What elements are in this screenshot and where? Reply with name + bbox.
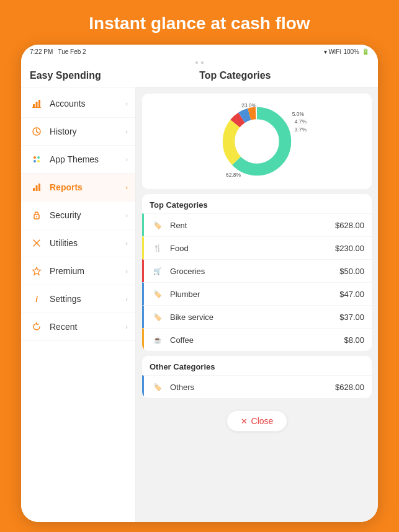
svg-rect-11 xyxy=(33,188,35,191)
svg-point-15 xyxy=(36,216,37,218)
security-icon xyxy=(30,208,43,222)
reports-chevron: › xyxy=(125,184,128,191)
sidebar: Accounts › History › App Themes › xyxy=(21,87,136,522)
other-categories-header: Other Categories xyxy=(142,356,372,375)
svg-rect-1 xyxy=(36,102,38,107)
category-row-food: 🍴 Food $230.00 xyxy=(142,236,372,259)
sidebar-item-security[interactable]: Security › xyxy=(21,202,135,229)
close-x-icon: ✕ xyxy=(241,417,248,426)
category-row-coffee: ☕ Coffee $8.00 xyxy=(142,328,372,351)
sidebar-item-settings[interactable]: i Settings › xyxy=(21,285,135,313)
plumber-icon: 🏷️ xyxy=(151,288,164,300)
category-row-others: 🏷️ Others $628.00 xyxy=(142,375,372,398)
rent-name: Rent xyxy=(170,221,335,230)
other-categories-card: Other Categories 🏷️ Others $628.00 xyxy=(142,356,372,398)
food-icon: 🍴 xyxy=(151,242,164,254)
status-bar: 7:22 PM Tue Feb 2 ▾ WiFi 100% 🔋 xyxy=(21,45,378,58)
history-label: History xyxy=(50,126,125,136)
status-time: 7:22 PM Tue Feb 2 xyxy=(30,48,86,55)
sidebar-item-premium[interactable]: Premium › xyxy=(21,257,135,285)
settings-label: Settings xyxy=(50,294,125,304)
header-title: Instant glance at cash flow xyxy=(76,0,322,45)
recent-icon xyxy=(30,320,43,334)
security-label: Security xyxy=(50,210,125,220)
sidebar-item-history[interactable]: History › xyxy=(21,118,135,146)
reports-label: Reports xyxy=(50,182,125,192)
history-chevron: › xyxy=(125,128,128,135)
accounts-chevron: › xyxy=(125,100,128,107)
groceries-icon: 🛒 xyxy=(151,265,164,277)
svg-rect-0 xyxy=(33,104,35,107)
accounts-icon xyxy=(30,97,43,110)
coffee-name: Coffee xyxy=(170,335,344,345)
svg-rect-12 xyxy=(36,185,38,191)
svg-rect-13 xyxy=(38,184,40,191)
sidebar-item-recent[interactable]: Recent › xyxy=(21,313,135,341)
top-categories-card: Top Categories 🏷️ Rent $628.00 🍴 Food $2… xyxy=(142,194,372,351)
label-628: 62.8% xyxy=(226,172,241,178)
bike-service-icon: 🏷️ xyxy=(151,311,164,323)
chart-container: 23.0% 5.0% 4.7% 3.7% 62.8% xyxy=(207,101,307,182)
rent-icon: 🏷️ xyxy=(151,219,164,231)
page-title: Top Categories xyxy=(101,70,369,81)
sidebar-item-accounts[interactable]: Accounts › xyxy=(21,90,135,118)
label-23: 23.0% xyxy=(241,102,256,109)
category-row-groceries: 🛒 Groceries $50.00 xyxy=(142,259,372,282)
battery-icon: 🔋 xyxy=(362,48,369,55)
sidebar-item-app-themes[interactable]: App Themes › xyxy=(21,146,135,174)
svg-marker-18 xyxy=(33,267,41,275)
premium-icon xyxy=(30,264,43,278)
groceries-name: Groceries xyxy=(170,267,339,276)
others-amount: $628.00 xyxy=(335,383,364,392)
nav-bar: Easy Spending Top Categories xyxy=(21,64,378,87)
app-themes-chevron: › xyxy=(125,156,128,163)
settings-chevron: › xyxy=(125,295,128,303)
battery-indicator: 100% xyxy=(343,48,359,55)
settings-icon: i xyxy=(30,292,43,306)
rent-amount: $628.00 xyxy=(335,221,364,230)
label-37: 3.7% xyxy=(295,126,307,133)
utilities-chevron: › xyxy=(125,239,128,247)
chart-labels: 23.0% 5.0% 4.7% 3.7% 62.8% xyxy=(207,101,307,182)
status-right: ▾ WiFi 100% 🔋 xyxy=(324,48,369,55)
label-5: 5.0% xyxy=(292,111,304,117)
close-button[interactable]: ✕ Close xyxy=(226,410,288,432)
food-name: Food xyxy=(170,244,335,253)
premium-chevron: › xyxy=(125,267,128,275)
app-themes-icon xyxy=(30,153,43,166)
content-area: Accounts › History › App Themes › xyxy=(21,87,378,522)
history-icon xyxy=(30,125,43,138)
svg-point-7 xyxy=(34,156,36,159)
label-47: 4.7% xyxy=(295,118,307,125)
recent-chevron: › xyxy=(125,323,128,330)
food-amount: $230.00 xyxy=(335,244,364,253)
others-name: Others xyxy=(170,383,335,392)
svg-point-8 xyxy=(37,156,40,159)
tablet-indicator xyxy=(21,58,378,64)
svg-point-9 xyxy=(34,160,36,162)
sidebar-item-utilities[interactable]: Utilities › xyxy=(21,229,135,257)
bike-service-amount: $37.00 xyxy=(339,313,364,322)
category-row-plumber: 🏷️ Plumber $47.00 xyxy=(142,282,372,305)
groceries-amount: $50.00 xyxy=(339,267,364,276)
category-row-bike-service: 🏷️ Bike service $37.00 xyxy=(142,305,372,328)
wifi-icon: ▾ WiFi xyxy=(324,48,341,55)
svg-rect-2 xyxy=(38,100,40,107)
utilities-icon xyxy=(30,236,43,250)
accounts-label: Accounts xyxy=(50,99,125,109)
chart-card: 23.0% 5.0% 4.7% 3.7% 62.8% xyxy=(142,94,372,189)
sidebar-item-reports[interactable]: Reports › xyxy=(21,174,135,202)
top-categories-header: Top Categories xyxy=(142,194,372,213)
tablet-frame: 7:22 PM Tue Feb 2 ▾ WiFi 100% 🔋 Easy Spe… xyxy=(21,45,378,522)
security-chevron: › xyxy=(125,211,128,219)
category-row-rent: 🏷️ Rent $628.00 xyxy=(142,213,372,236)
others-icon: 🏷️ xyxy=(151,381,164,393)
close-label: Close xyxy=(251,416,274,426)
plumber-amount: $47.00 xyxy=(339,290,364,299)
header-banner: Instant glance at cash flow xyxy=(76,0,322,45)
svg-line-6 xyxy=(37,132,38,133)
recent-label: Recent xyxy=(50,322,125,332)
main-content: 23.0% 5.0% 4.7% 3.7% 62.8% Top Categorie… xyxy=(136,87,378,522)
coffee-amount: $8.00 xyxy=(344,335,364,345)
bike-service-name: Bike service xyxy=(170,313,339,322)
